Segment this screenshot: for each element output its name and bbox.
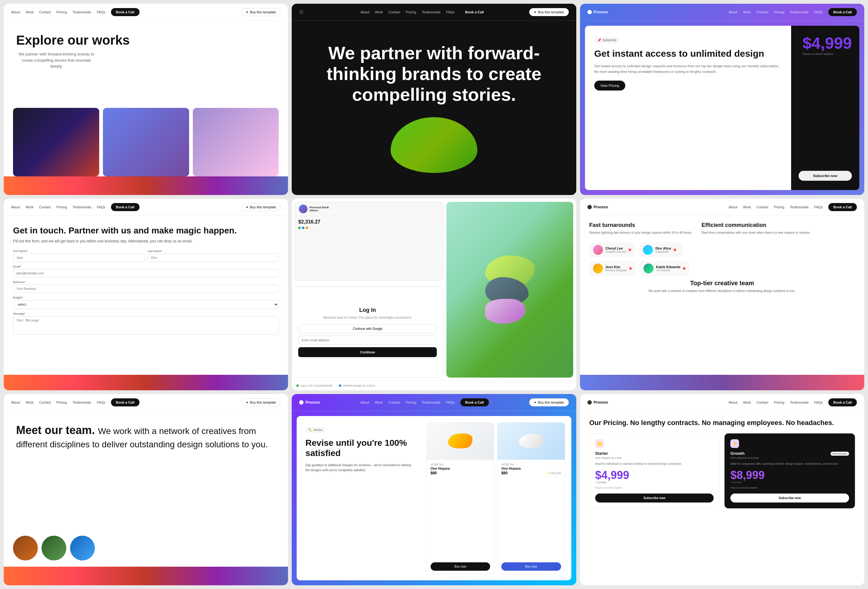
shoe-1	[447, 431, 474, 451]
nav-faqs-1[interactable]: FAQs	[97, 10, 105, 14]
budget-select[interactable]: select -	[13, 300, 279, 309]
app-dots	[298, 227, 440, 229]
nav-about-1[interactable]: About	[11, 10, 20, 14]
card3-right: $4,999 Pause or cancel anytime Subscribe…	[791, 26, 859, 190]
business-input[interactable]	[13, 285, 279, 293]
logo-text-3: Process	[593, 10, 608, 14]
nav-pricing-3[interactable]: Pricing	[774, 10, 784, 14]
starter-subscribe-btn[interactable]: Subscribe now	[595, 493, 714, 502]
nav-work-2[interactable]: Work	[375, 10, 383, 14]
nav-faqs-6[interactable]: FAQs	[814, 205, 823, 209]
dot-orange	[306, 227, 308, 229]
message-textarea[interactable]	[13, 316, 279, 335]
nav-pricing-9[interactable]: Pricing	[774, 400, 784, 404]
book-call-btn-1[interactable]: Book a Call	[111, 8, 140, 16]
nav-pricing-2[interactable]: Pricing	[406, 10, 416, 14]
book-call-btn-4[interactable]: Book a Call	[111, 203, 140, 211]
navbar-1: About Work Contact Pricing Testimonials …	[4, 4, 288, 21]
dot-blue	[302, 227, 304, 229]
footer-left: App UI for Social Butterfly	[296, 384, 332, 387]
nav-pricing-1[interactable]: Pricing	[56, 10, 67, 14]
login-google-btn[interactable]: Continue with Google	[298, 324, 437, 333]
nav-testimonials-6[interactable]: Testimonials	[790, 205, 809, 209]
nav-testimonials-2[interactable]: Testimonials	[422, 10, 441, 14]
last-name-input[interactable]	[148, 254, 279, 262]
view-pricing-btn[interactable]: View Pricing	[594, 81, 625, 90]
nav-contact-1[interactable]: Contact	[39, 10, 51, 14]
nav-faqs-3[interactable]: FAQs	[814, 10, 823, 14]
subscribe-btn[interactable]: Subscribe now	[799, 171, 852, 181]
nav-testimonials-4[interactable]: Testimonials	[72, 205, 92, 209]
buy-product-btn-1[interactable]: Buy now	[431, 562, 490, 571]
nav-about-2[interactable]: About	[360, 10, 369, 14]
book-call-btn-8[interactable]: Book a Call	[461, 399, 489, 406]
nav-testimonials-1[interactable]: Testimonials	[72, 10, 92, 14]
book-call-btn-2[interactable]: Book a Call	[461, 8, 489, 16]
nav-contact-9[interactable]: Contact	[756, 400, 768, 404]
nav-contact-4[interactable]: Contact	[39, 205, 51, 209]
book-call-btn-3[interactable]: Book a Call	[828, 8, 857, 16]
card3-left: 📌 Subscribe Get instant access to unlimi…	[585, 26, 791, 190]
card4-subtitle: Fill out this form, and we will get back…	[13, 239, 279, 244]
nav-work-4[interactable]: Work	[26, 205, 34, 209]
screenshots-area: Personal Bank Oliver! $2,316.27 Log In W…	[292, 199, 576, 380]
buy-template-btn-1[interactable]: Buy this template	[241, 8, 280, 16]
nav-work-8[interactable]: Work	[375, 400, 383, 404]
dot-green	[298, 227, 301, 229]
nav-links-7: About Work Contact Pricing Testimonials …	[11, 399, 140, 406]
nav-testimonials-7[interactable]: Testimonials	[72, 400, 92, 404]
book-call-btn-7[interactable]: Book a Call	[111, 399, 140, 406]
footer-right: Website design for Cohort	[338, 384, 375, 387]
nav-faqs-2[interactable]: FAQs	[446, 10, 455, 14]
logo-text-9: Process	[593, 400, 608, 404]
nav-faqs-7[interactable]: FAQs	[97, 400, 105, 404]
nav-pricing-7[interactable]: Pricing	[56, 400, 67, 404]
book-call-btn-6[interactable]: Book a Call	[828, 203, 857, 211]
buy-template-btn-8[interactable]: Buy this template	[529, 399, 568, 406]
card-features: Process About Work Contact Pricing Testi…	[580, 199, 864, 390]
logo-dot-9	[588, 400, 592, 404]
nav-contact-8[interactable]: Contact	[388, 400, 400, 404]
growth-subscribe-btn[interactable]: Subscribe now	[730, 493, 849, 502]
login-continue-btn[interactable]: Continue	[298, 347, 437, 357]
nav-contact-3[interactable]: Contact	[756, 10, 768, 14]
role-cheryl: Creative Director	[605, 250, 626, 253]
buy-template-btn-7[interactable]: Buy this template	[241, 399, 280, 406]
book-call-btn-9[interactable]: Book a Call	[828, 399, 857, 406]
team-section-sub: We work with a network of creatives from…	[589, 289, 855, 293]
nav-about-6[interactable]: About	[728, 205, 738, 209]
email-input[interactable]	[13, 269, 279, 278]
nav-faqs-4[interactable]: FAQs	[97, 205, 105, 209]
nav-work-9[interactable]: Work	[743, 400, 751, 404]
buy-product-btn-2[interactable]: Buy now	[501, 562, 561, 571]
team-info-dior: Dior Alice Copywriter	[655, 247, 671, 253]
buy-template-btn-2[interactable]: Buy this template	[529, 8, 568, 16]
nav-work-1[interactable]: Work	[26, 10, 34, 14]
nav-pricing-8[interactable]: Pricing	[406, 400, 416, 404]
nav-about-4[interactable]: About	[11, 205, 20, 209]
first-name-input[interactable]	[13, 254, 145, 262]
nav-work-6[interactable]: Work	[743, 205, 751, 209]
nav-testimonials-3[interactable]: Testimonials	[790, 10, 809, 14]
buy-template-btn-4[interactable]: Buy this template	[241, 203, 280, 211]
nav-work-3[interactable]: Work	[743, 10, 751, 14]
nav-work-7[interactable]: Work	[26, 400, 34, 404]
card4-content: Get in touch. Partner with us and make m…	[4, 216, 288, 375]
nav-contact-7[interactable]: Contact	[39, 400, 51, 404]
nav-pricing-6[interactable]: Pricing	[774, 205, 784, 209]
nav-about-7[interactable]: About	[11, 400, 20, 404]
card-contact: About Work Contact Pricing Testimonials …	[4, 199, 288, 390]
nav-pricing-4[interactable]: Pricing	[56, 205, 67, 209]
navbar-7: About Work Contact Pricing Testimonials …	[4, 394, 288, 411]
nav-faqs-8[interactable]: FAQs	[446, 400, 455, 404]
nav-contact-2[interactable]: Contact	[388, 10, 400, 14]
nav-contact-6[interactable]: Contact	[756, 205, 768, 209]
nav-about-9[interactable]: About	[728, 400, 738, 404]
login-email-input[interactable]	[298, 336, 437, 345]
nav-testimonials-9[interactable]: Testimonials	[790, 400, 809, 404]
nav-testimonials-8[interactable]: Testimonials	[422, 400, 441, 404]
team-info-jess: Jess Kim Product Designer	[605, 265, 627, 272]
nav-faqs-9[interactable]: FAQs	[814, 400, 823, 404]
nav-about-8[interactable]: About	[360, 400, 369, 404]
nav-about-3[interactable]: About	[728, 10, 738, 14]
